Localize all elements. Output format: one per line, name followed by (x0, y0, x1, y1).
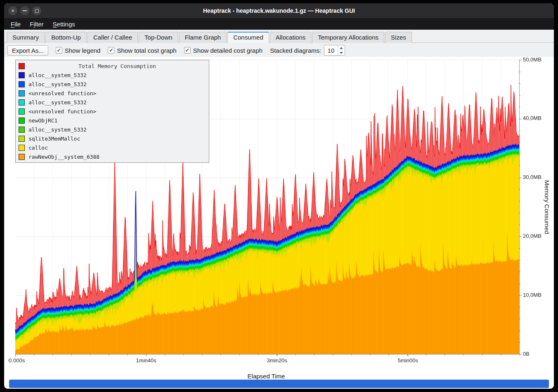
tabbar: SummaryBottom-UpCaller / CalleeTop-DownF… (4, 30, 554, 43)
legend-swatch (19, 136, 25, 142)
legend-item: rawNewObj__system_6388 (16, 152, 209, 161)
menu-file[interactable]: File (7, 19, 25, 29)
chevron-up-icon (340, 47, 343, 49)
legend-item: calloc (16, 143, 209, 152)
desktop-backdrop: ✕ Heaptrack - heaptrack.wakunode.1.gz — … (0, 0, 558, 392)
stacked-diagrams-spinbox[interactable]: 10 (324, 45, 345, 56)
tab-allocations[interactable]: Allocations (270, 32, 312, 43)
legend-label: sqlite3MemMalloc (28, 136, 80, 142)
minimize-icon (23, 10, 27, 11)
legend-label: calloc (28, 145, 48, 151)
checkbox-box[interactable]: ✓ (108, 47, 114, 54)
maximize-button[interactable] (32, 6, 41, 15)
tab-summary[interactable]: Summary (7, 32, 45, 43)
legend-label: Total Memory Consumption (28, 63, 206, 69)
legend-swatch (19, 154, 25, 160)
legend-label: alloc__system_5332 (28, 72, 87, 78)
legend-label: <unresolved function> (28, 108, 96, 115)
legend-swatch (19, 81, 25, 87)
legend-item: newObjRC1 (16, 116, 209, 125)
tab-flame-graph[interactable]: Flame Graph (179, 32, 227, 43)
checkbox-box[interactable]: ✓ (56, 47, 62, 54)
legend-item: alloc__system_5332 (16, 70, 209, 80)
legend-item: alloc__system_5332 (16, 98, 209, 107)
checkbox-box[interactable]: ✓ (184, 47, 191, 54)
legend-label: rawNewObj__system_6388 (28, 154, 99, 160)
legend-label: alloc__system_5332 (28, 127, 87, 133)
spin-buttons (338, 45, 345, 55)
chart-legend: Total Memory Consumptionalloc__system_53… (15, 60, 209, 163)
tab-top-down[interactable]: Top-Down (139, 32, 178, 43)
tab-consumed[interactable]: Consumed (227, 32, 269, 43)
legend-label: newObjRC1 (28, 117, 57, 124)
checkbox-label: Show legend (65, 47, 101, 54)
checkbox-container: ✓Show legend✓Show total cost graph✓Show … (56, 47, 262, 54)
legend-label: <unresolved function> (28, 90, 96, 96)
heaptrack-window: ✕ Heaptrack - heaptrack.wakunode.1.gz — … (4, 3, 554, 389)
legend-item: sqlite3MemMalloc (16, 134, 209, 143)
legend-swatch (19, 99, 25, 106)
stacked-diagrams-group: Stacked diagrams: 10 (270, 45, 345, 56)
maximize-icon (35, 9, 39, 13)
menu-settings[interactable]: Settings (49, 19, 79, 29)
stacked-diagrams-value[interactable]: 10 (324, 45, 338, 55)
legend-label: alloc__system_5332 (28, 81, 87, 87)
chart-section: Total Memory Consumptionalloc__system_53… (4, 57, 554, 389)
time-range-slider[interactable] (9, 380, 549, 388)
tab-sizes[interactable]: Sizes (385, 32, 412, 43)
legend-swatch (19, 145, 25, 151)
legend-label: alloc__system_5332 (28, 99, 87, 106)
checkbox-show-detailed-cost-graph[interactable]: ✓Show detailed cost graph (184, 47, 262, 54)
legend-swatch (19, 127, 25, 133)
legend-swatch (19, 90, 25, 96)
tab-caller-callee[interactable]: Caller / Callee (87, 32, 138, 43)
minimize-button[interactable] (20, 6, 29, 15)
legend-title-row: Total Memory Consumption (16, 61, 209, 70)
titlebar[interactable]: ✕ Heaptrack - heaptrack.wakunode.1.gz — … (4, 3, 554, 18)
legend-item: <unresolved function> (16, 107, 209, 116)
checkbox-label: Show detailed cost graph (193, 47, 262, 54)
checkbox-label: Show total cost graph (117, 47, 176, 54)
close-icon: ✕ (11, 9, 14, 13)
x-axis-title: Elapsed Time (4, 373, 528, 380)
legend-item: alloc__system_5332 (16, 80, 209, 89)
toolbar: Export As... ✓Show legend✓Show total cos… (4, 43, 554, 57)
legend-swatch (19, 117, 25, 124)
legend-swatch (19, 108, 25, 115)
y-axis-title: Memory Consumed (544, 180, 551, 234)
checkbox-show-total-cost-graph[interactable]: ✓Show total cost graph (108, 47, 176, 54)
tab-bottom-up[interactable]: Bottom-Up (45, 32, 87, 43)
spin-down-button[interactable] (338, 50, 345, 55)
stacked-diagrams-label: Stacked diagrams: (270, 47, 321, 54)
spin-up-button[interactable] (338, 45, 345, 50)
tab-temporary-allocations[interactable]: Temporary Allocations (312, 32, 384, 43)
legend-swatch (19, 63, 25, 69)
window-title: Heaptrack - heaptrack.wakunode.1.gz — He… (4, 7, 554, 14)
legend-swatch (19, 72, 25, 78)
menubar: FileFilterSettings (4, 18, 554, 30)
checkbox-show-legend[interactable]: ✓Show legend (56, 47, 101, 54)
legend-item: <unresolved function> (16, 89, 209, 98)
export-as-button[interactable]: Export As... (7, 45, 48, 56)
menu-filter[interactable]: Filter (26, 19, 47, 29)
close-button[interactable]: ✕ (8, 6, 17, 15)
window-controls: ✕ (8, 3, 41, 18)
legend-item: alloc__system_5332 (16, 125, 209, 134)
chevron-down-icon (340, 52, 343, 54)
